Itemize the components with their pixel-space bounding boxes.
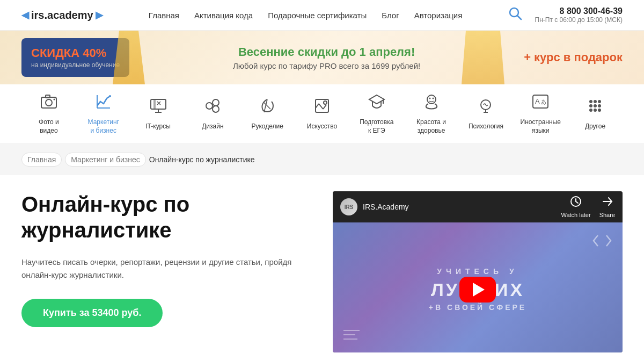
breadcrumb-marketing[interactable]: Маркетинг и бизнес <box>65 153 145 167</box>
nav-blog[interactable]: Блог <box>382 11 399 20</box>
course-info: Онлайн-курс по журналистике Научитесь пи… <box>21 191 301 352</box>
video-section: IRS IRS.Academy Watch later <box>333 191 623 352</box>
other-icon <box>587 97 604 118</box>
category-beauty[interactable]: Красота издоровье <box>410 93 453 135</box>
phone-number: 8 800 300-46-39 <box>535 6 623 16</box>
category-it-label: IT-курсы <box>145 123 171 131</box>
breadcrumb-current: Онлайн-курс по журналистике <box>149 155 255 164</box>
course-title: Онлайн-курс по журналистике <box>21 191 301 243</box>
channel-name: IRS.Academy <box>363 203 409 211</box>
nav-home[interactable]: Главная <box>149 11 179 20</box>
promo-banner[interactable]: СКИДКА 40% на индивидуальное обучение Ве… <box>0 31 644 84</box>
language-icon: A あ <box>532 93 549 114</box>
svg-point-41 <box>598 104 601 107</box>
svg-point-3 <box>46 99 52 106</box>
deco-lines-icon <box>343 326 365 346</box>
category-it[interactable]: IT-курсы <box>137 97 180 131</box>
monitor-icon <box>150 97 167 118</box>
svg-rect-10 <box>154 99 155 109</box>
category-other[interactable]: Другое <box>574 97 617 131</box>
video-line3: +В СВОЕЙ СФЕРЕ <box>429 303 526 313</box>
avatar-image: IRS <box>340 198 357 215</box>
category-photo[interactable]: Фото ивидео <box>27 93 70 135</box>
category-art[interactable]: Искусство <box>301 97 343 131</box>
category-handcraft[interactable]: Рукоделие <box>246 97 289 131</box>
handcraft-icon <box>259 97 276 118</box>
play-button[interactable] <box>459 277 496 303</box>
play-triangle-icon <box>473 283 485 297</box>
sale-title: Весенние скидки до 1 апреля! <box>151 45 502 59</box>
category-ege-label: Подготовкак ЕГЭ <box>360 118 393 135</box>
site-logo[interactable]: ◀ irs.academy ▶ <box>21 9 103 21</box>
video-line1: УЧИТЕСЬ У <box>429 267 526 277</box>
svg-point-39 <box>589 104 592 107</box>
svg-point-43 <box>594 109 597 112</box>
share-icon <box>601 196 613 210</box>
beauty-icon <box>423 93 440 114</box>
category-design-label: Дизайн <box>202 123 223 131</box>
camera-icon <box>40 93 57 114</box>
svg-rect-4 <box>46 95 50 98</box>
svg-point-38 <box>598 100 601 103</box>
buy-button[interactable]: Купить за 53400 руб. <box>21 299 163 327</box>
video-actions: Watch later Share <box>561 196 615 218</box>
search-icon[interactable] <box>508 6 522 24</box>
video-top-bar: IRS IRS.Academy Watch later <box>333 191 623 222</box>
deco-code-icon <box>592 233 612 251</box>
video-body[interactable]: УЧИТЕСЬ У ЛУЧШИХ +В СВОЕЙ СФЕРЕ <box>333 222 623 352</box>
svg-point-6 <box>109 95 111 97</box>
category-photo-label: Фото ивидео <box>39 118 59 135</box>
category-design[interactable]: Дизайн <box>191 97 234 131</box>
svg-point-28 <box>429 98 430 99</box>
nav-activation[interactable]: Активация кода <box>194 11 253 20</box>
watch-later-button[interactable]: Watch later <box>561 196 590 218</box>
share-button[interactable]: Share <box>599 196 615 218</box>
category-beauty-label: Красота издоровье <box>416 118 446 135</box>
svg-marker-25 <box>369 95 384 104</box>
main-content: Онлайн-курс по журналистике Научитесь пи… <box>0 175 644 360</box>
clock-icon <box>570 196 582 210</box>
svg-point-44 <box>598 109 601 112</box>
category-languages-label: Иностранныеязыки <box>521 118 561 135</box>
svg-point-29 <box>432 98 434 99</box>
svg-line-1 <box>517 16 521 19</box>
header-right: 8 800 300-46-39 Пн-Пт с 06:00 до 15:00 (… <box>508 6 623 24</box>
video-container[interactable]: IRS IRS.Academy Watch later <box>333 191 623 352</box>
category-marketing-label: Маркетинги бизнес <box>88 118 119 135</box>
phone-block: 8 800 300-46-39 Пн-Пт с 06:00 до 15:00 (… <box>535 6 623 24</box>
svg-point-37 <box>594 100 597 103</box>
logo-arrow-right-icon: ▶ <box>96 9 103 21</box>
svg-text:A: A <box>535 97 540 105</box>
watch-later-label: Watch later <box>561 212 590 218</box>
psychology-icon <box>477 97 494 118</box>
discount-sub: на индивидуальное обучение <box>31 61 120 70</box>
category-psychology-label: Психология <box>469 123 503 131</box>
design-icon <box>204 97 221 118</box>
nav-gift[interactable]: Подарочные сертификаты <box>268 11 367 20</box>
svg-line-23 <box>323 105 326 109</box>
svg-text:あ: あ <box>541 99 546 105</box>
course-description: Научитесь писать очерки, репортажи, реце… <box>21 256 301 282</box>
svg-point-27 <box>427 95 436 104</box>
svg-point-16 <box>213 99 219 106</box>
category-other-label: Другое <box>585 123 605 131</box>
category-ege[interactable]: Подготовкак ЕГЭ <box>355 93 398 135</box>
svg-point-40 <box>594 104 597 107</box>
category-psychology[interactable]: Психология <box>464 97 507 131</box>
svg-line-22 <box>319 104 323 109</box>
banner-decor-right <box>462 31 504 84</box>
nav-auth[interactable]: Авторизация <box>414 11 463 20</box>
logo-text: irs.academy <box>31 9 93 21</box>
chart-icon <box>95 93 112 114</box>
share-label: Share <box>599 212 615 218</box>
category-marketing[interactable]: Маркетинги бизнес <box>82 93 125 135</box>
video-channel: IRS IRS.Academy <box>340 198 409 215</box>
discount-text: СКИДКА 40% <box>31 46 120 61</box>
svg-point-17 <box>213 106 219 112</box>
sale-desc: Любой курс по тарифу PRO всего за 1699 р… <box>151 61 502 70</box>
category-art-label: Искусство <box>307 123 337 131</box>
svg-point-42 <box>589 109 592 112</box>
breadcrumb-home[interactable]: Главная <box>21 153 62 167</box>
category-languages[interactable]: A あ Иностранныеязыки <box>519 93 562 135</box>
svg-point-5 <box>53 99 55 100</box>
